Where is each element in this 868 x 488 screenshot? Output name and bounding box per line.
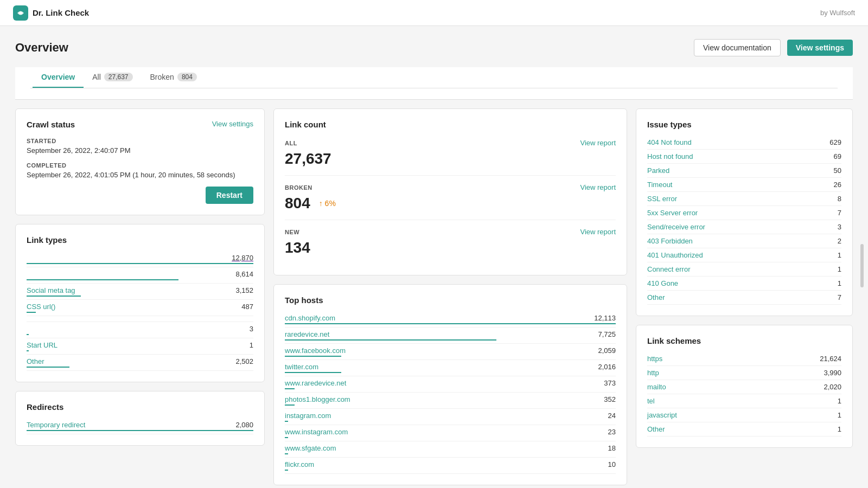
scheme-label[interactable]: Other bbox=[647, 425, 665, 433]
host-value: 23 bbox=[608, 428, 616, 436]
issue-row: 410 Gone 1 bbox=[647, 277, 841, 291]
host-label[interactable]: twitter.com bbox=[285, 363, 318, 371]
issue-label[interactable]: Other bbox=[647, 293, 665, 301]
tabs-wrapper: OverviewAll27,637Broken804 bbox=[15, 67, 853, 100]
issue-value: 8 bbox=[838, 195, 841, 203]
link-type-bar bbox=[27, 334, 29, 335]
issue-row: 403 Forbidden 2 bbox=[647, 234, 841, 248]
host-value: 12,113 bbox=[594, 314, 616, 322]
host-label[interactable]: www.facebook.com bbox=[285, 346, 346, 355]
issue-label[interactable]: 403 Forbidden bbox=[647, 237, 693, 245]
new-label: NEW bbox=[285, 229, 299, 235]
scheme-value: 3,990 bbox=[824, 369, 841, 377]
issue-label[interactable]: SSL error bbox=[647, 195, 677, 203]
link-type-label[interactable]: Start URL bbox=[27, 341, 58, 349]
host-label[interactable]: flickr.com bbox=[285, 460, 314, 468]
link-count-all-section: ALL View report 27,637 bbox=[285, 131, 616, 176]
host-label[interactable]: www.raredevice.net bbox=[285, 379, 346, 387]
top-hosts-rows: cdn.shopify.com 12,113 raredevice.net 7,… bbox=[285, 311, 616, 474]
tab-all[interactable]: All27,637 bbox=[84, 67, 141, 88]
link-type-bar bbox=[27, 263, 253, 264]
broken-trend: ↑ 6% bbox=[319, 199, 336, 208]
host-label[interactable]: cdn.shopify.com bbox=[285, 314, 335, 322]
app-title: Dr. Link Check bbox=[33, 8, 89, 17]
host-label[interactable]: photos1.blogger.com bbox=[285, 395, 350, 403]
host-bar bbox=[285, 453, 288, 454]
scheme-row: mailto 2,020 bbox=[647, 380, 841, 394]
issue-label[interactable]: Send/receive error bbox=[647, 223, 705, 231]
link-type-value: 2,502 bbox=[235, 357, 253, 365]
host-label[interactable]: www.instagram.com bbox=[285, 428, 348, 436]
issue-label[interactable]: 404 Not found bbox=[647, 138, 692, 146]
issue-label[interactable]: 401 Unauthorized bbox=[647, 251, 703, 259]
redirects-title: Redirects bbox=[27, 402, 253, 412]
link-type-value: 487 bbox=[241, 303, 253, 311]
page-header: Overview View documentation View setting… bbox=[15, 39, 853, 56]
host-bar bbox=[285, 339, 496, 341]
host-label[interactable]: instagram.com bbox=[285, 412, 331, 420]
issue-row: Timeout 26 bbox=[647, 178, 841, 192]
issue-label[interactable]: 5xx Server error bbox=[647, 209, 698, 217]
link-type-label[interactable]: Other bbox=[27, 357, 44, 365]
restart-button[interactable]: Restart bbox=[206, 187, 253, 204]
started-label: STARTED bbox=[27, 138, 253, 144]
all-value: 27,637 bbox=[285, 150, 616, 168]
broken-view-report-link[interactable]: View report bbox=[580, 183, 616, 191]
tab-broken[interactable]: Broken804 bbox=[142, 67, 206, 88]
issue-value: 26 bbox=[834, 181, 841, 189]
link-count-new-section: NEW View report 134 bbox=[285, 220, 616, 264]
issue-label[interactable]: Connect error bbox=[647, 265, 690, 273]
host-label[interactable]: www.sfgate.com bbox=[285, 444, 336, 452]
redirect-bar bbox=[27, 430, 253, 431]
issue-value: 3 bbox=[838, 223, 841, 231]
host-bar bbox=[285, 356, 341, 357]
issue-value: 69 bbox=[834, 152, 841, 160]
tab-badge-broken: 804 bbox=[177, 73, 197, 81]
started-value: September 26, 2022, 2:40:07 PM bbox=[27, 146, 253, 155]
crawl-view-settings-link[interactable]: View settings bbox=[212, 120, 253, 128]
scheme-label[interactable]: http bbox=[647, 369, 659, 377]
new-view-report-link[interactable]: View report bbox=[580, 228, 616, 236]
host-row: flickr.com 10 bbox=[285, 458, 616, 474]
scheme-row: tel 1 bbox=[647, 394, 841, 408]
scheme-row: javascript 1 bbox=[647, 408, 841, 422]
host-bar bbox=[285, 421, 288, 422]
tab-overview[interactable]: Overview bbox=[33, 67, 84, 88]
scheme-label[interactable]: https bbox=[647, 355, 662, 363]
issue-label[interactable]: 410 Gone bbox=[647, 279, 678, 287]
host-value: 7,725 bbox=[598, 330, 616, 338]
scheme-label[interactable]: tel bbox=[647, 397, 655, 405]
host-bar bbox=[285, 323, 616, 324]
link-type-value: 3,152 bbox=[235, 286, 253, 294]
issue-value: 50 bbox=[834, 166, 841, 175]
all-view-report-link[interactable]: View report bbox=[580, 139, 616, 147]
issue-row: Parked 50 bbox=[647, 164, 841, 178]
host-row: www.facebook.com 2,059 bbox=[285, 344, 616, 360]
scheme-label[interactable]: javascript bbox=[647, 411, 677, 419]
host-value: 2,016 bbox=[598, 363, 616, 371]
view-settings-button[interactable]: View settings bbox=[787, 40, 853, 56]
scrollbar[interactable] bbox=[860, 244, 864, 287]
host-label[interactable]: raredevice.net bbox=[285, 330, 329, 338]
issue-label[interactable]: Parked bbox=[647, 166, 669, 175]
completed-label: COMPLETED bbox=[27, 162, 253, 169]
scheme-row: http 3,990 bbox=[647, 366, 841, 380]
link-type-label[interactable]: CSS url() bbox=[27, 303, 55, 311]
redirect-label[interactable]: Temporary redirect bbox=[27, 421, 85, 429]
link-type-row: </span> <span data-name="link-type-value… bbox=[27, 316, 253, 322]
topbar-byline: by Wulfsoft bbox=[820, 9, 855, 17]
scheme-label[interactable]: mailto bbox=[647, 383, 666, 391]
link-type-row: Other 2,502 bbox=[27, 355, 253, 371]
issue-label[interactable]: Host not found bbox=[647, 152, 693, 160]
link-type-row: 8,614 bbox=[27, 267, 253, 284]
link-type-bar bbox=[27, 296, 81, 297]
issue-value: 7 bbox=[838, 293, 841, 301]
link-type-bar bbox=[27, 279, 178, 280]
crawl-status-title: Crawl status bbox=[27, 120, 75, 129]
issue-label[interactable]: Timeout bbox=[647, 181, 672, 189]
view-docs-button[interactable]: View documentation bbox=[694, 39, 781, 56]
page-title: Overview bbox=[15, 41, 68, 55]
link-type-label[interactable]: Social meta tag bbox=[27, 286, 75, 294]
link-types-card: Link types 12,870 8,614 Social meta tag … bbox=[15, 224, 265, 382]
top-hosts-title: Top hosts bbox=[285, 296, 616, 305]
